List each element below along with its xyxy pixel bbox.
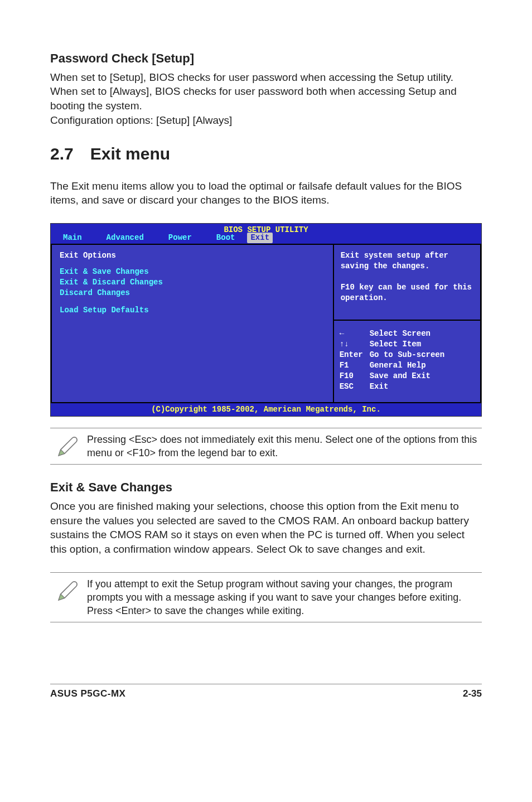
nav-row: F10Save and Exit [340,371,475,381]
bios-screenshot: BIOS SETUP UTILITY Main Advanced Power B… [50,223,482,417]
page-footer: ASUS P5GC-MX 2-35 [50,684,482,700]
exit-save-heading: Exit & Save Changes [50,479,482,496]
bios-footer: (C)Copyright 1985-2002, American Megatre… [51,403,481,416]
nav-val4: General Help [370,360,426,371]
note-block-1: Pressing <Esc> does not immediately exit… [50,428,482,465]
tab-power[interactable]: Power [156,233,204,243]
opt-load-defaults[interactable]: Load Setup Defaults [60,305,325,316]
opt-discard[interactable]: Discard Changes [60,288,325,298]
nav-key-esc: ESC [340,381,370,392]
pencil-icon [50,433,85,458]
exit-save-body: Once you are finished making your select… [50,499,482,557]
nav-row: ESCExit [340,381,475,392]
nav-row: ←Select Screen [340,328,475,339]
nav-key-left: ← [340,328,370,339]
bios-nav-legend: ←Select Screen ↑↓Select Item EnterGo to … [334,321,481,403]
tab-boot[interactable]: Boot [204,233,248,243]
exit-options-label: Exit Options [60,250,325,261]
nav-val1: Select Screen [370,328,431,339]
nav-row: EnterGo to Sub-screen [340,350,475,360]
nav-key-f10: F10 [340,371,370,381]
nav-key-f1: F1 [340,360,370,371]
tab-main[interactable]: Main [51,233,94,243]
note-1-text: Pressing <Esc> does not immediately exit… [85,433,482,460]
bios-header: BIOS SETUP UTILITY Main Advanced Power B… [51,224,481,244]
footer-page-number: 2-35 [463,688,482,700]
section-intro: The Exit menu items allow you to load th… [50,179,482,207]
nav-row: F1General Help [340,360,475,371]
bios-tabs: Main Advanced Power Boot Exit [51,233,481,243]
opt-exit-discard[interactable]: Exit & Discard Changes [60,277,325,288]
opt-exit-save[interactable]: Exit & Save Changes [60,267,325,277]
nav-val3: Go to Sub-screen [370,350,444,360]
pencil-icon [50,577,85,603]
nav-key-updown: ↑↓ [340,339,370,350]
spacer [60,298,325,305]
tab-advanced[interactable]: Advanced [94,233,156,243]
bios-right-pane: Exit system setup after saving the chang… [334,244,481,403]
password-check-heading: Password Check [Setup] [50,50,482,67]
bios-title-wrap: BIOS SETUP UTILITY Main Advanced Power B… [51,225,481,244]
nav-val5: Save and Exit [370,371,431,381]
nav-val6: Exit [370,381,389,392]
bios-left-pane: Exit Options Exit & Save Changes Exit & … [51,244,334,403]
nav-row: ↑↓Select Item [340,339,475,350]
bios-body: Exit Options Exit & Save Changes Exit & … [51,244,481,403]
nav-key-enter: Enter [340,350,370,360]
nav-val2: Select Item [370,339,421,350]
bios-help-text: Exit system setup after saving the chang… [334,244,481,321]
tab-exit[interactable]: Exit [247,233,273,243]
note-2-text: If you attempt to exit the Setup program… [85,577,482,618]
note-block-2: If you attempt to exit the Setup program… [50,572,482,623]
password-check-body: When set to [Setup], BIOS checks for use… [50,70,482,128]
footer-product: ASUS P5GC-MX [50,688,125,700]
section-title: 2.7 Exit menu [50,143,482,166]
